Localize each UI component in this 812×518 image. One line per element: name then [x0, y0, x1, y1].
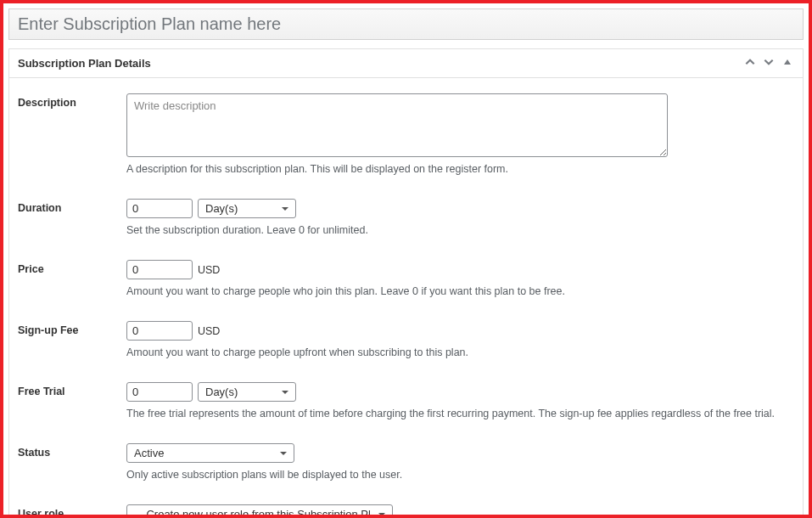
- content-free-trial: Day(s) The free trial represents the amo…: [126, 382, 794, 419]
- controls-duration: Day(s): [126, 199, 794, 218]
- price-input[interactable]: [126, 260, 193, 279]
- row-free-trial: Free Trial Day(s) The free trial represe…: [9, 382, 803, 419]
- label-description: Description: [18, 93, 126, 109]
- duration-input[interactable]: [126, 199, 193, 218]
- helper-price: Amount you want to charge people who joi…: [126, 285, 794, 297]
- status-select[interactable]: Active: [126, 443, 294, 463]
- row-user-role: User role ... Create new user role from …: [9, 504, 803, 518]
- row-signup-fee: Sign-up Fee USD Amount you want to charg…: [9, 321, 803, 358]
- row-price: Price USD Amount you want to charge peop…: [9, 260, 803, 297]
- content-user-role: ... Create new user role from this Subsc…: [126, 504, 794, 518]
- panel-header: Subscription Plan Details: [9, 49, 803, 78]
- price-currency: USD: [198, 264, 220, 276]
- signup-fee-input[interactable]: [126, 321, 193, 341]
- panel-header-icons: [743, 56, 794, 70]
- triangle-up-icon[interactable]: [781, 57, 794, 70]
- label-price: Price: [18, 260, 126, 275]
- label-free-trial: Free Trial: [18, 382, 126, 397]
- chevron-down-icon[interactable]: [762, 56, 776, 70]
- title-input-wrapper: [8, 8, 804, 40]
- helper-status: Only active subscription plans will be d…: [126, 469, 794, 481]
- duration-unit-select[interactable]: Day(s): [198, 199, 296, 218]
- row-description: Description A description for this subsc…: [9, 93, 803, 175]
- label-status: Status: [18, 443, 126, 459]
- panel-body: Description A description for this subsc…: [9, 78, 803, 518]
- label-user-role: User role: [18, 504, 126, 518]
- chevron-up-icon[interactable]: [743, 56, 757, 70]
- user-role-select[interactable]: ... Create new user role from this Subsc…: [126, 504, 393, 518]
- controls-free-trial: Day(s): [126, 382, 794, 402]
- controls-user-role: ... Create new user role from this Subsc…: [126, 504, 794, 518]
- helper-description: A description for this subscription plan…: [126, 163, 794, 175]
- helper-free-trial: The free trial represents the amount of …: [126, 408, 794, 419]
- plan-name-input[interactable]: [9, 9, 803, 39]
- content-status: Active Only active subscription plans wi…: [126, 443, 794, 481]
- free-trial-unit-select[interactable]: Day(s): [198, 382, 296, 402]
- controls-status: Active: [126, 443, 794, 463]
- panel-title: Subscription Plan Details: [18, 57, 151, 70]
- plan-details-panel: Subscription Plan Details Description: [8, 48, 804, 518]
- content-price: USD Amount you want to charge people who…: [126, 260, 794, 297]
- helper-duration: Set the subscription duration. Leave 0 f…: [126, 224, 794, 236]
- controls-signup-fee: USD: [126, 321, 794, 341]
- label-duration: Duration: [18, 199, 126, 214]
- controls-price: USD: [126, 260, 794, 279]
- helper-signup-fee: Amount you want to charge people upfront…: [126, 346, 794, 358]
- content-signup-fee: USD Amount you want to charge people upf…: [126, 321, 794, 358]
- form-frame: Subscription Plan Details Description: [0, 0, 812, 518]
- row-duration: Duration Day(s) Set the subscription dur…: [9, 199, 803, 236]
- label-signup-fee: Sign-up Fee: [18, 321, 126, 336]
- content-description: A description for this subscription plan…: [126, 93, 794, 175]
- signup-fee-currency: USD: [198, 325, 220, 337]
- free-trial-input[interactable]: [126, 382, 193, 402]
- description-textarea[interactable]: [126, 93, 668, 157]
- row-status: Status Active Only active subscription p…: [9, 443, 803, 481]
- controls-description: [126, 93, 794, 157]
- content-duration: Day(s) Set the subscription duration. Le…: [126, 199, 794, 236]
